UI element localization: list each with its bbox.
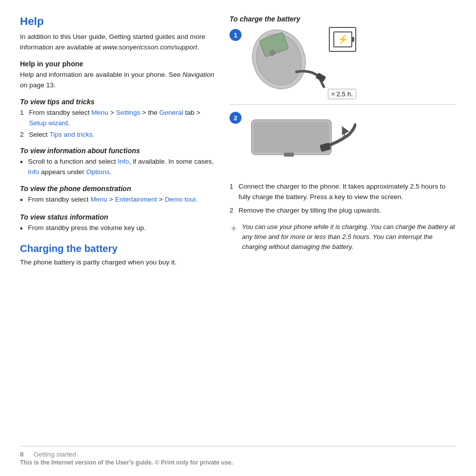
demo-list: • From standby select Menu > Entertainme… [20, 195, 215, 206]
status-bullet-1: • From standby press the volume key up. [20, 223, 215, 234]
demo-bullet-1: • From standby select Menu > Entertainme… [20, 195, 215, 206]
help-in-phone-body: Help and information are available in yo… [20, 70, 215, 91]
charge-label: To charge the battery [230, 15, 456, 23]
footer: 8 Getting started This is the Internet v… [20, 446, 456, 466]
footer-top: 8 Getting started [20, 451, 456, 458]
charge-step-1-row: 1 [230, 27, 456, 105]
help-title: Help [20, 15, 215, 28]
charging-title: Charging the battery [20, 243, 215, 254]
info-bullet-1: • Scroll to a function and select Info, … [20, 157, 215, 178]
phone-illustration-1 [246, 27, 326, 92]
tips-tricks-list: 1 From standby select Menu > Settings > … [20, 108, 215, 140]
footer-page-number: 8 [20, 451, 23, 458]
right-column: To charge the battery 1 [230, 15, 456, 446]
svg-rect-6 [253, 122, 329, 153]
status-heading: To view status information [20, 213, 215, 221]
status-list: • From standby press the volume key up. [20, 223, 215, 234]
tip-box: ✦ You can use your phone while it is cha… [230, 222, 456, 252]
info-functions-heading: To view information about functions [20, 147, 215, 155]
tips-tricks-heading: To view tips and tricks [20, 98, 215, 106]
footer-section-label: Getting started [33, 451, 76, 458]
help-intro: In addition to this User guide, Getting … [20, 32, 215, 53]
battery-icon: ⚡ [329, 27, 356, 52]
content-area: Help In addition to this User guide, Get… [20, 15, 456, 446]
step-2-circle: 2 [230, 112, 241, 124]
tips-step-2: 2 Select Tips and tricks. [20, 130, 215, 140]
svg-point-3 [270, 50, 275, 55]
step-1-circle: 1 [230, 29, 241, 41]
charge-step-1-text: 1 Connect the charger to the phone. It t… [230, 182, 456, 203]
approx-time: ≈ 2.5 h. [328, 89, 356, 99]
footer-notice: This is the Internet version of the User… [20, 459, 456, 466]
left-column: Help In addition to this User guide, Get… [20, 15, 215, 446]
phone-illustration-2 [246, 110, 356, 170]
svg-rect-7 [284, 153, 294, 157]
charging-body: The phone battery is partly charged when… [20, 257, 215, 268]
demo-heading: To view the phone demonstration [20, 185, 215, 193]
tip-icon: ✦ [230, 221, 238, 252]
info-functions-list: • Scroll to a function and select Info, … [20, 157, 215, 178]
tips-step-1: 1 From standby select Menu > Settings > … [20, 108, 215, 129]
help-in-phone-heading: Help in your phone [20, 60, 215, 68]
charge-step-2-text: 2 Remove the charger by tilting the plug… [230, 206, 456, 216]
page: Help In addition to this User guide, Get… [0, 0, 476, 476]
step-2-image-area [246, 110, 356, 170]
charge-step-2-row: 2 [230, 110, 456, 175]
charge-steps-list: 1 Connect the charger to the phone. It t… [230, 182, 456, 216]
step-1-image-area: ⚡ ≈ 2.5 h. [246, 27, 356, 99]
